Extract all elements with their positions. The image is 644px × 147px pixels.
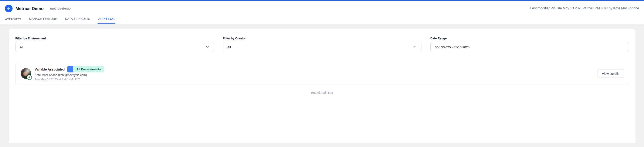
creator-filter-select[interactable]: All bbox=[223, 42, 421, 52]
audit-log-entry: + Variable Associated All Environments K… bbox=[15, 63, 629, 84]
tab-data-results[interactable]: DATA & RESULTS bbox=[64, 17, 91, 24]
chevron-down-icon bbox=[206, 45, 209, 49]
environment-badge-label: All Environments bbox=[73, 66, 104, 72]
arrow-left-icon bbox=[7, 7, 11, 11]
audit-log-card: Filter by Environment All Filter by Crea… bbox=[9, 29, 636, 143]
feature-key: metrics-demo bbox=[50, 7, 70, 11]
environment-filter-select[interactable]: All bbox=[15, 42, 214, 52]
main-content: Filter by Environment All Filter by Crea… bbox=[0, 24, 644, 143]
environment-filter-group: Filter by Environment All bbox=[15, 37, 214, 52]
page-title: Metrics Demo bbox=[16, 6, 44, 11]
date-range-input[interactable] bbox=[430, 42, 629, 52]
filters-row: Filter by Environment All Filter by Crea… bbox=[15, 37, 629, 52]
tab-bar: OVERVIEW MANAGE FEATURE DATA & RESULTS A… bbox=[0, 12, 644, 24]
page-header: Metrics Demo metrics-demo Last modified … bbox=[0, 1, 644, 12]
entry-title-row: Variable Associated All Environments bbox=[35, 66, 104, 72]
creator-filter-label: Filter by Creator bbox=[223, 37, 421, 40]
chevron-down-icon bbox=[413, 45, 417, 49]
environment-filter-value: All bbox=[20, 45, 206, 49]
back-button[interactable] bbox=[5, 5, 12, 12]
add-user-plus-icon: + bbox=[27, 75, 32, 80]
creator-filter-group: Filter by Creator All bbox=[223, 37, 421, 52]
date-range-label: Date Range bbox=[430, 37, 629, 40]
entry-actor-text: Kate MacFarlane (kate@devcycle.com) bbox=[35, 73, 104, 77]
tab-overview[interactable]: OVERVIEW bbox=[4, 17, 22, 24]
entry-info: Variable Associated All Environments Kat… bbox=[35, 66, 104, 81]
last-modified-text: Last modified on Tue May 13 2025 at 2:47… bbox=[530, 7, 639, 11]
environment-badge: All Environments bbox=[67, 66, 104, 72]
environment-filter-label: Filter by Environment bbox=[15, 37, 214, 40]
end-of-audit-log-text: End of Audit Log bbox=[15, 91, 629, 94]
environment-color-swatch bbox=[67, 66, 73, 72]
creator-filter-value: All bbox=[227, 45, 413, 49]
entry-timestamp: Tue May 13 2025 at 2:47 PM UTC bbox=[35, 78, 104, 81]
avatar-wrap: + bbox=[20, 68, 31, 79]
entry-action-label: Variable Associated bbox=[35, 68, 64, 71]
view-details-button[interactable]: View Details bbox=[597, 69, 624, 78]
tab-audit-log[interactable]: AUDIT LOG bbox=[98, 17, 115, 24]
date-range-group: Date Range bbox=[430, 37, 629, 52]
tab-manage-feature[interactable]: MANAGE FEATURE bbox=[28, 17, 58, 24]
